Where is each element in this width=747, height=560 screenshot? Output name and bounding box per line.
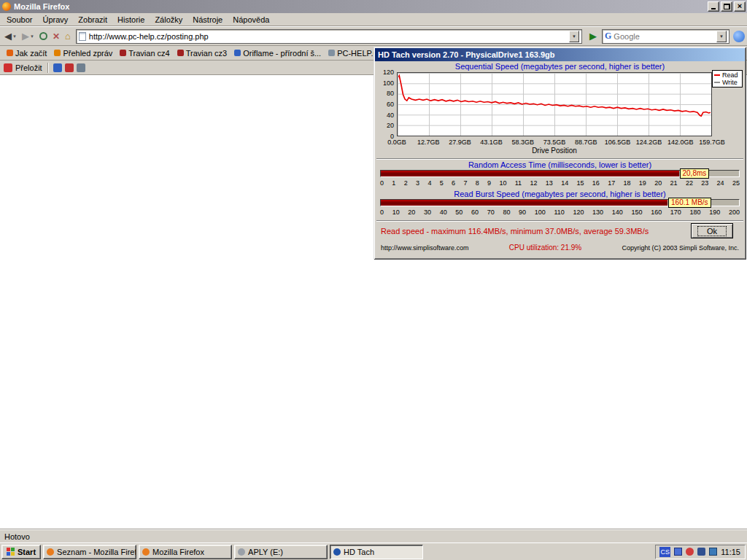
- menu-item[interactable]: Nástroje: [187, 14, 228, 26]
- status-bar: Hotovo: [0, 529, 747, 542]
- toolbar-separator: [47, 63, 48, 73]
- menu-item[interactable]: Historie: [112, 14, 150, 26]
- tick-label: 2: [404, 179, 408, 187]
- menu-item[interactable]: Záložky: [150, 14, 187, 26]
- bookmark-item[interactable]: Travian cz4: [116, 48, 173, 58]
- home-button[interactable]: ⌂: [63, 28, 73, 44]
- ok-button-label: Ok: [697, 226, 727, 236]
- url-history-dropdown[interactable]: ▼: [569, 31, 579, 42]
- mail-icon[interactable]: [77, 63, 85, 72]
- minimize-button[interactable]: [708, 1, 719, 12]
- task-buttons: Seznam - Mozilla Firef...Mozilla Firefox…: [43, 545, 423, 559]
- translate-icon[interactable]: [4, 63, 12, 72]
- x-tick-label: 27.9GB: [449, 139, 471, 146]
- tick-label: 4: [427, 179, 431, 187]
- tick-label: 19: [639, 179, 646, 187]
- url-bar[interactable]: ▼: [76, 29, 582, 44]
- firefox-titlebar[interactable]: Mozilla Firefox ×: [0, 0, 747, 13]
- forward-button[interactable]: ▶▼: [20, 28, 36, 44]
- menu-item[interactable]: Nápověda: [228, 14, 274, 26]
- tick-label: 20: [408, 209, 415, 216]
- tick-label: 160: [651, 209, 662, 216]
- hdtach-title: HD Tach version 2.70 - PhysicalDrive1 16…: [378, 50, 555, 59]
- tick-label: 9: [487, 179, 491, 187]
- task-icon: [47, 548, 54, 556]
- bookmark-favicon: [54, 50, 61, 56]
- start-button[interactable]: Start: [1, 545, 41, 559]
- random-access-gauge: 20,8ms: [380, 170, 740, 177]
- burst-value: 160.1 MB/s: [668, 198, 711, 208]
- legend-item: Write: [714, 79, 740, 86]
- reload-button[interactable]: [37, 28, 50, 44]
- tick-label: 40: [440, 209, 447, 216]
- go-icon: ▶: [587, 31, 599, 42]
- go-button[interactable]: ▶: [585, 28, 601, 44]
- tick-label: 21: [670, 179, 678, 187]
- tick-label: 0: [380, 179, 384, 187]
- volume-icon[interactable]: [697, 548, 705, 556]
- task-label: Seznam - Mozilla Firef...: [57, 548, 136, 556]
- restore-button[interactable]: [721, 1, 732, 12]
- tick-label: 13: [546, 179, 553, 187]
- stop-button[interactable]: ✕: [50, 28, 62, 44]
- search-engine-dropdown[interactable]: ▼: [716, 31, 727, 42]
- menu-item[interactable]: Zobrazit: [73, 14, 112, 26]
- taskbar-task-button[interactable]: APLY (E:): [234, 545, 328, 559]
- taskbar-task-button[interactable]: Seznam - Mozilla Firef...: [43, 545, 136, 559]
- tick-label: 20: [654, 179, 662, 187]
- bookmark-label: Oriflame - přírodní š...: [243, 49, 321, 58]
- taskbar-clock[interactable]: 11:15: [721, 548, 740, 556]
- search-input[interactable]: [614, 32, 716, 41]
- display-settings-icon[interactable]: [674, 548, 682, 556]
- bookmark-item[interactable]: Oriflame - přírodní š...: [231, 48, 325, 58]
- y-tick-label: 20: [387, 122, 394, 129]
- cpu-utilization: CPU utilization: 21.9%: [509, 244, 582, 252]
- tick-label: 16: [592, 179, 600, 187]
- bookmark-item[interactable]: Přehled zpráv: [50, 48, 116, 58]
- tick-label: 10: [499, 179, 506, 187]
- tick-label: 22: [686, 179, 693, 187]
- navigation-toolbar: ◀▼ ▶▼ ✕ ⌂ ▼ ▶ G ▼: [0, 26, 747, 46]
- y-tick-label: 40: [387, 112, 394, 119]
- x-axis-title: Drive Position: [397, 147, 712, 155]
- antivirus-icon[interactable]: [686, 548, 694, 556]
- back-button[interactable]: ◀▼: [2, 28, 19, 44]
- addon-icon[interactable]: [733, 31, 745, 42]
- copyright-text: Copyright (C) 2003 Simpli Software, Inc.: [622, 244, 739, 252]
- bookmark-item[interactable]: Jak začít: [3, 48, 50, 58]
- bookmark-item[interactable]: Travian cz3: [174, 48, 231, 58]
- close-button[interactable]: ×: [734, 1, 746, 12]
- x-tick-label: 124.2GB: [636, 139, 662, 146]
- stop-icon: ✕: [53, 31, 60, 42]
- menu-item[interactable]: Soubor: [1, 14, 37, 26]
- taskbar: Start Seznam - Mozilla Firef...Mozilla F…: [0, 542, 747, 560]
- firefox-app-icon: [2, 2, 11, 11]
- minimize-icon: [711, 8, 716, 9]
- x-tick-label: 73.5GB: [543, 139, 566, 146]
- network-icon[interactable]: [709, 548, 717, 556]
- search-bar[interactable]: G ▼: [602, 29, 729, 44]
- translate-label[interactable]: Přeložit: [15, 63, 42, 72]
- task-icon: [238, 548, 245, 556]
- keyboard-layout-indicator[interactable]: CS: [659, 547, 670, 557]
- hdtach-titlebar[interactable]: HD Tach version 2.70 - PhysicalDrive1 16…: [375, 48, 745, 61]
- url-input[interactable]: [89, 32, 569, 41]
- ok-button[interactable]: Ok: [691, 223, 733, 238]
- flags-icon[interactable]: [53, 63, 62, 72]
- tick-label: 15: [576, 179, 584, 187]
- separator: [376, 158, 743, 160]
- plot-svg: [398, 74, 711, 135]
- tick-label: 100: [535, 209, 546, 216]
- start-button-label: Start: [18, 548, 36, 556]
- legend-swatch: [714, 82, 720, 83]
- task-icon: [142, 548, 150, 556]
- feed-icon[interactable]: [65, 63, 74, 72]
- x-tick-label: 142.0GB: [667, 139, 694, 146]
- taskbar-task-button[interactable]: Mozilla Firefox: [139, 545, 232, 559]
- window-controls: ×: [708, 1, 746, 12]
- task-label: Mozilla Firefox: [152, 548, 204, 556]
- bookmark-label: Přehled zpráv: [63, 49, 112, 58]
- tick-label: 150: [631, 209, 642, 216]
- taskbar-task-button[interactable]: HD Tach: [330, 545, 423, 559]
- menu-item[interactable]: Úpravy: [37, 14, 73, 26]
